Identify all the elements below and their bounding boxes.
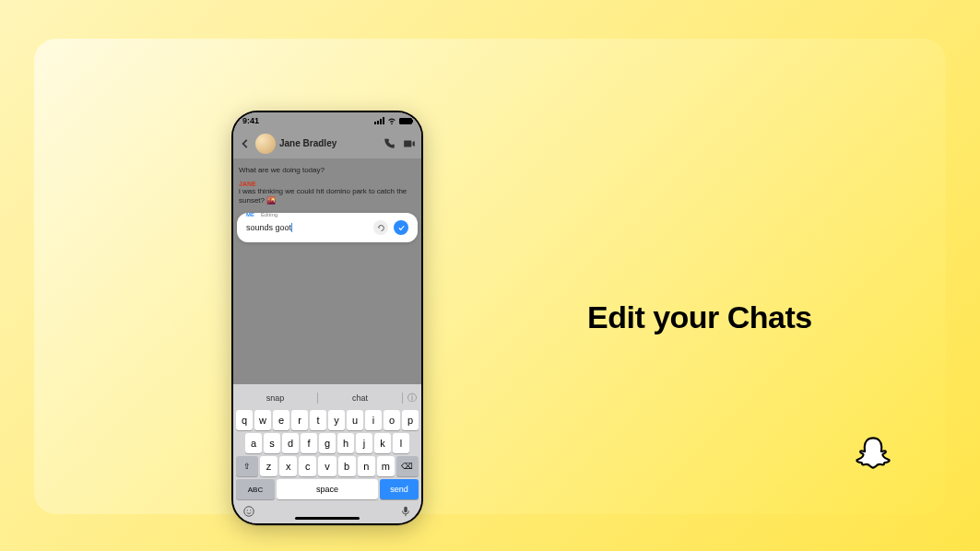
key-b[interactable]: b — [338, 456, 356, 476]
status-bar: 9:41 — [233, 112, 421, 129]
avatar[interactable] — [255, 134, 276, 154]
key-k[interactable]: k — [374, 433, 391, 453]
key-r[interactable]: r — [291, 410, 308, 430]
check-icon — [397, 224, 406, 232]
confirm-button[interactable] — [394, 220, 408, 235]
chat-header: Jane Bradley — [233, 129, 421, 158]
status-time: 9:41 — [242, 116, 259, 125]
text-cursor — [291, 223, 292, 232]
emoji-icon[interactable] — [242, 505, 255, 518]
key-v[interactable]: v — [318, 456, 336, 476]
feature-card: Edit your Chats 9:41 Jane Bradley — [34, 39, 946, 514]
key-space[interactable]: space — [277, 479, 378, 499]
key-e[interactable]: e — [273, 410, 289, 430]
key-c[interactable]: c — [299, 456, 316, 476]
mic-icon[interactable] — [399, 505, 412, 518]
key-w[interactable]: w — [254, 410, 271, 430]
contact-info[interactable]: Jane Bradley — [279, 139, 375, 148]
key-u[interactable]: u — [347, 410, 363, 430]
key-i[interactable]: i — [365, 410, 382, 430]
key-shift[interactable]: ⇧ — [236, 456, 258, 476]
undo-button[interactable] — [373, 220, 388, 235]
phone-screen: 9:41 Jane Bradley — [233, 112, 421, 523]
svg-point-0 — [244, 507, 254, 517]
key-m[interactable]: m — [377, 456, 395, 476]
call-icon[interactable] — [383, 137, 396, 150]
message-list[interactable]: What are we doing today? JANE i was thin… — [233, 158, 421, 384]
key-a[interactable]: a — [245, 433, 262, 453]
key-d[interactable]: d — [282, 433, 299, 453]
back-icon[interactable] — [239, 137, 252, 150]
key-j[interactable]: j — [356, 433, 372, 453]
key-h[interactable]: h — [337, 433, 354, 453]
key-q[interactable]: q — [236, 410, 253, 430]
key-z[interactable]: z — [260, 456, 277, 476]
key-p[interactable]: p — [402, 410, 419, 430]
key-x[interactable]: x — [279, 456, 297, 476]
edit-label-sub: Editing — [261, 212, 277, 217]
key-t[interactable]: t — [310, 410, 326, 430]
contact-name: Jane Bradley — [279, 139, 375, 148]
key-backspace[interactable]: ⌫ — [396, 456, 419, 476]
video-icon[interactable] — [403, 137, 416, 150]
signal-icon — [374, 117, 384, 124]
snapchat-ghost-icon — [854, 435, 892, 474]
battery-icon — [399, 118, 412, 124]
undo-icon — [377, 224, 385, 232]
edit-bubble[interactable]: ME Editing sounds goot — [237, 213, 418, 242]
svg-point-1 — [247, 510, 248, 510]
svg-rect-3 — [404, 507, 407, 512]
suggestion[interactable]: chat — [318, 393, 402, 403]
sender-label: JANE — [239, 181, 416, 187]
message-incoming: What are we doing today? — [239, 166, 416, 175]
keyboard-area: snap chat ⓘ qwertyuiop asdfghjkl ⇧zxcvbn… — [233, 384, 421, 523]
keyboard: qwertyuiop asdfghjkl ⇧zxcvbnm⌫ ABC space… — [233, 408, 421, 499]
key-n[interactable]: n — [358, 456, 375, 476]
key-o[interactable]: o — [384, 410, 400, 430]
svg-point-2 — [250, 510, 251, 510]
suggestion-expand-icon[interactable]: ⓘ — [403, 392, 421, 404]
key-g[interactable]: g — [319, 433, 336, 453]
key-y[interactable]: y — [328, 410, 345, 430]
home-indicator — [295, 517, 360, 520]
phone-mock: 9:41 Jane Bradley — [231, 111, 423, 525]
message-incoming: i was thinking we could hit domino park … — [239, 187, 416, 205]
wifi-icon — [387, 116, 396, 125]
edit-label-me: ME — [246, 212, 254, 217]
edit-text: sounds goot — [246, 223, 291, 232]
key-f[interactable]: f — [301, 433, 317, 453]
key-send[interactable]: send — [380, 479, 419, 499]
headline-text: Edit your Chats — [587, 299, 812, 335]
key-l[interactable]: l — [393, 433, 409, 453]
key-abc[interactable]: ABC — [236, 479, 275, 499]
suggestion[interactable]: snap — [233, 393, 317, 403]
key-s[interactable]: s — [264, 433, 280, 453]
suggestion-bar: snap chat ⓘ — [233, 388, 421, 408]
